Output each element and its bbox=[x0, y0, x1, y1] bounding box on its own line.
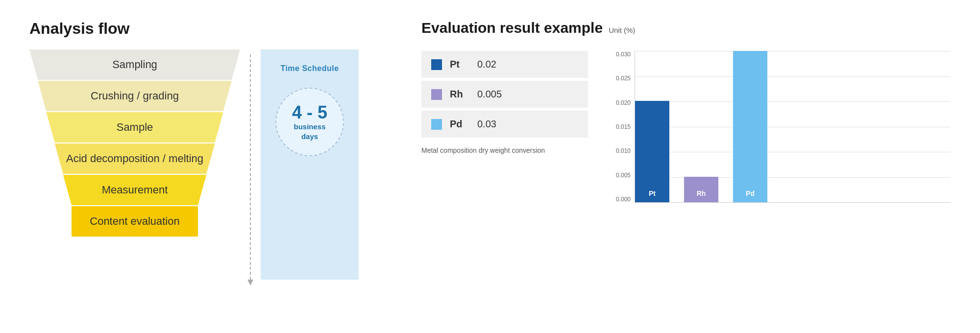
legend-color-Pd bbox=[431, 119, 442, 130]
legend-element-Pt: Pt bbox=[450, 59, 469, 70]
bar-group-Rh: Rh bbox=[684, 51, 718, 202]
dry-weight-note: Metal composition dry weight conversion bbox=[421, 145, 588, 156]
funnel-wrapper: SamplingCrushing / gradingSampleAcid dec… bbox=[29, 49, 240, 280]
bar-Pd: Pd bbox=[733, 51, 767, 202]
bar-label-Pd: Pd bbox=[746, 190, 755, 197]
legend-row-2: Pd0.03 bbox=[421, 111, 588, 138]
circle-days-text: businessdays bbox=[294, 122, 325, 141]
dashed-line bbox=[250, 54, 251, 280]
y-label-1: 0.025 bbox=[616, 75, 631, 82]
funnel-step-1: Crushing / grading bbox=[29, 81, 240, 111]
legend-value-Pd: 0.03 bbox=[477, 119, 496, 130]
time-schedule-label: Time Schedule bbox=[280, 64, 339, 73]
funnel-step-3: Acid decomposition / melting bbox=[29, 143, 240, 174]
circle-days-number: 4 - 5 bbox=[292, 103, 327, 122]
bar-group-Pd: Pd bbox=[733, 51, 767, 202]
legend-element-Rh: Rh bbox=[450, 89, 469, 100]
legend-color-Rh bbox=[431, 89, 442, 100]
legend-color-Pt bbox=[431, 59, 442, 70]
legend-table: Pt0.02Rh0.005Pd0.03Metal composition dry… bbox=[421, 51, 588, 156]
analysis-flow-title: Analysis flow bbox=[29, 20, 382, 38]
funnel-step-4: Measurement bbox=[29, 175, 240, 205]
bar-label-Rh: Rh bbox=[697, 190, 706, 197]
funnel-step-2: Sample bbox=[29, 112, 240, 143]
eval-title-text: Evaluation result example bbox=[421, 20, 603, 36]
legend-element-Pd: Pd bbox=[450, 119, 469, 130]
y-label-2: 0.020 bbox=[616, 99, 631, 106]
y-axis: 0.0300.0250.0200.0150.0100.0050.000 bbox=[608, 51, 635, 203]
bar-Rh: Rh bbox=[684, 177, 718, 202]
y-label-4: 0.010 bbox=[616, 147, 631, 154]
right-section: Evaluation result example Unit (%) Pt0.0… bbox=[382, 20, 951, 237]
eval-title: Evaluation result example Unit (%) bbox=[421, 20, 951, 36]
chart-area: 0.0300.0250.0200.0150.0100.0050.000 PtRh… bbox=[608, 51, 951, 237]
circle-badge: 4 - 5 businessdays bbox=[275, 88, 344, 156]
legend-row-0: Pt0.02 bbox=[421, 51, 588, 78]
y-label-6: 0.000 bbox=[616, 196, 631, 203]
bar-Pt: Pt bbox=[635, 101, 669, 202]
flow-container: SamplingCrushing / gradingSampleAcid dec… bbox=[29, 49, 382, 280]
time-schedule-box: Time Schedule 4 - 5 businessdays bbox=[261, 49, 359, 280]
bar-label-Pt: Pt bbox=[649, 190, 656, 197]
legend-row-1: Rh0.005 bbox=[421, 81, 588, 108]
funnel-step-5: Content evaluation bbox=[29, 206, 240, 237]
eval-unit: Unit (%) bbox=[609, 26, 635, 34]
left-section: Analysis flow SamplingCrushing / grading… bbox=[29, 20, 382, 280]
y-label-5: 0.005 bbox=[616, 172, 631, 179]
y-label-3: 0.015 bbox=[616, 123, 631, 130]
chart-inner: 0.0300.0250.0200.0150.0100.0050.000 PtRh… bbox=[608, 51, 951, 217]
legend-value-Rh: 0.005 bbox=[477, 89, 502, 100]
eval-content: Pt0.02Rh0.005Pd0.03Metal composition dry… bbox=[421, 51, 951, 237]
legend-value-Pt: 0.02 bbox=[477, 59, 496, 70]
arrow-connector bbox=[240, 49, 261, 280]
y-label-0: 0.030 bbox=[616, 51, 631, 58]
bars-container: PtRhPd bbox=[635, 51, 951, 203]
funnel-step-0: Sampling bbox=[29, 49, 240, 80]
bar-group-Pt: Pt bbox=[635, 51, 669, 202]
